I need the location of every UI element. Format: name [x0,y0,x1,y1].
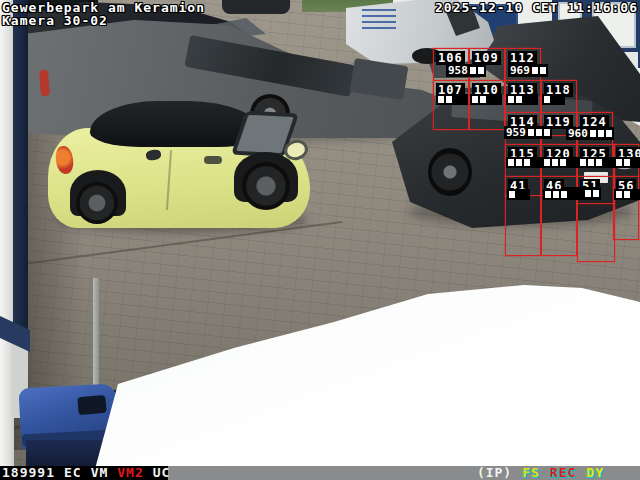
status-item: FS [522,466,540,480]
detection-zone-box: 41 [505,176,541,256]
status-item: EC [64,466,82,480]
timestamp: 2025-12-10 CET 11:16:06 [435,1,638,15]
zone-value-chip: 959 [504,126,552,139]
zone-id-label: 112 [508,51,537,65]
status-item: REC [550,466,576,480]
zone-activity-bar [578,157,619,168]
status-item: 189991 [2,466,55,480]
zone-activity-bar [436,94,468,105]
zone-activity-bar [614,157,640,168]
zone-value-chip: 960 [566,127,614,140]
camera-view: 1061091121071101131181141191241151201251… [0,0,640,480]
zone-activity-bar [542,157,583,168]
detection-overlay: 1061091121071101131181141191241151201251… [0,0,640,480]
status-item: UC [153,466,171,480]
zone-value-chip: 958 [446,64,486,77]
status-item: DY [586,466,604,480]
zone-activity-bar [470,94,502,105]
zone-id-label: 106 [436,51,465,65]
zone-activity-bar [542,94,565,105]
detection-zone-box: 56 [613,176,639,240]
detection-zone-box: 110 [469,80,505,130]
zone-activity-bar [614,189,640,200]
zone-value-chip: 969 [508,64,548,77]
status-bar: 189991ECVMVM2UC (IP)FSRECDY [0,466,640,480]
status-left: 189991ECVMVM2UC [2,466,170,480]
camera-id-label: Kamera 30-02 [2,14,108,28]
status-item: VM [91,466,109,480]
status-item: VM2 [117,466,143,480]
zone-activity-bar [506,157,547,168]
status-item: (IP) [477,466,512,480]
detection-zone-box: 107 [433,80,469,130]
zone-activity-bar [543,189,584,200]
status-right: (IP)FSRECDY [477,466,604,480]
zone-id-label: 109 [472,51,501,65]
zone-activity-bar [507,189,530,200]
zone-activity-bar [506,94,538,105]
